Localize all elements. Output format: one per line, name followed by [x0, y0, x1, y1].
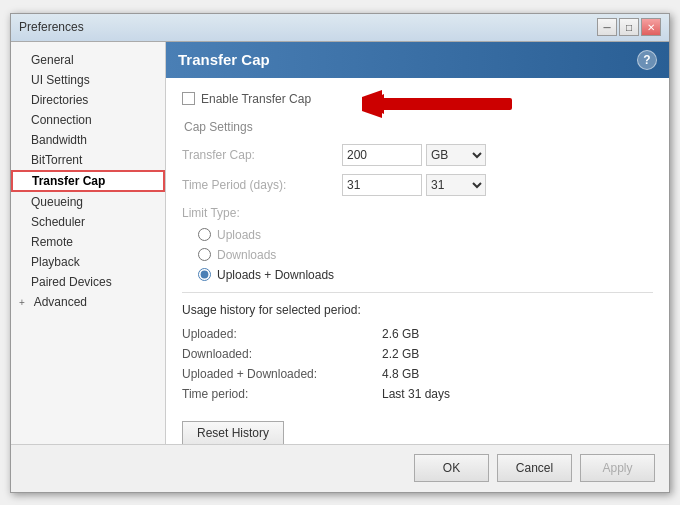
maximize-button[interactable]: □	[619, 18, 639, 36]
time-period-label: Time Period (days):	[182, 178, 342, 192]
close-button[interactable]: ✕	[641, 18, 661, 36]
time-period-unit-select[interactable]: 31	[426, 174, 486, 196]
apply-button[interactable]: Apply	[580, 454, 655, 482]
cancel-button[interactable]: Cancel	[497, 454, 572, 482]
uploaded-downloaded-row: Uploaded + Downloaded: 4.8 GB	[182, 367, 653, 381]
uploaded-label: Uploaded:	[182, 327, 382, 341]
sidebar-item-bittorrent[interactable]: BitTorrent	[11, 150, 165, 170]
radio-uploads-downloads-label: Uploads + Downloads	[217, 268, 334, 282]
time-period-row: Time Period (days): 31	[182, 174, 653, 196]
window-title: Preferences	[19, 20, 84, 34]
radio-uploads[interactable]	[198, 228, 211, 241]
radio-uploads-row: Uploads	[182, 228, 653, 242]
sidebar-item-scheduler[interactable]: Scheduler	[11, 212, 165, 232]
sidebar-item-playback[interactable]: Playback	[11, 252, 165, 272]
sidebar-item-remote[interactable]: Remote	[11, 232, 165, 252]
title-bar: Preferences ─ □ ✕	[11, 14, 669, 42]
sidebar: General UI Settings Directories Connecti…	[11, 42, 166, 444]
radio-downloads-row: Downloads	[182, 248, 653, 262]
usage-title: Usage history for selected period:	[182, 303, 653, 317]
ok-button[interactable]: OK	[414, 454, 489, 482]
enable-transfer-cap-checkbox[interactable]	[182, 92, 195, 105]
sidebar-item-paired-devices[interactable]: Paired Devices	[11, 272, 165, 292]
uploaded-value: 2.6 GB	[382, 327, 419, 341]
svg-marker-3	[362, 94, 384, 114]
footer: OK Cancel Apply	[11, 444, 669, 492]
svg-rect-2	[382, 98, 512, 110]
main-content: General UI Settings Directories Connecti…	[11, 42, 669, 444]
sidebar-item-transfer-cap[interactable]: Transfer Cap	[11, 170, 165, 192]
radio-uploads-downloads[interactable]	[198, 268, 211, 281]
downloaded-label: Downloaded:	[182, 347, 382, 361]
panel-header: Transfer Cap ?	[166, 42, 669, 78]
sidebar-item-advanced-label: Advanced	[34, 295, 87, 309]
transfer-cap-label: Transfer Cap:	[182, 148, 342, 162]
sidebar-item-ui-settings[interactable]: UI Settings	[11, 70, 165, 90]
panel-body: Enable Transfer Cap	[166, 78, 669, 444]
expand-icon: +	[19, 297, 31, 308]
downloaded-value: 2.2 GB	[382, 347, 419, 361]
help-button[interactable]: ?	[637, 50, 657, 70]
sidebar-item-general[interactable]: General	[11, 50, 165, 70]
divider	[182, 292, 653, 293]
radio-uploads-label: Uploads	[217, 228, 261, 242]
sidebar-item-bandwidth[interactable]: Bandwidth	[11, 130, 165, 150]
transfer-cap-row: Transfer Cap: GB MB TB	[182, 144, 653, 166]
minimize-button[interactable]: ─	[597, 18, 617, 36]
sidebar-item-advanced[interactable]: + Advanced	[11, 292, 165, 312]
arrow-annotation	[362, 88, 522, 123]
usage-section: Usage history for selected period: Uploa…	[182, 303, 653, 444]
limit-type-label: Limit Type:	[182, 206, 653, 220]
enable-transfer-cap-row: Enable Transfer Cap	[182, 92, 653, 106]
time-period-stat-value: Last 31 days	[382, 387, 450, 401]
sidebar-item-connection[interactable]: Connection	[11, 110, 165, 130]
transfer-cap-unit-select[interactable]: GB MB TB	[426, 144, 486, 166]
radio-downloads-label: Downloads	[217, 248, 276, 262]
sidebar-item-queueing[interactable]: Queueing	[11, 192, 165, 212]
radio-uploads-downloads-row: Uploads + Downloads	[182, 268, 653, 282]
uploaded-downloaded-value: 4.8 GB	[382, 367, 419, 381]
sidebar-item-directories[interactable]: Directories	[11, 90, 165, 110]
title-bar-controls: ─ □ ✕	[597, 18, 661, 36]
uploaded-row: Uploaded: 2.6 GB	[182, 327, 653, 341]
reset-history-button[interactable]: Reset History	[182, 421, 284, 444]
enable-transfer-cap-label: Enable Transfer Cap	[201, 92, 311, 106]
limit-type-group: Limit Type: Uploads Downloads Uploads + …	[182, 206, 653, 282]
time-period-stat-label: Time period:	[182, 387, 382, 401]
panel-title: Transfer Cap	[178, 51, 270, 68]
time-period-input[interactable]	[342, 174, 422, 196]
preferences-window: Preferences ─ □ ✕ General UI Settings Di…	[10, 13, 670, 493]
time-period-stat-row: Time period: Last 31 days	[182, 387, 653, 401]
transfer-cap-input[interactable]	[342, 144, 422, 166]
radio-downloads[interactable]	[198, 248, 211, 261]
uploaded-downloaded-label: Uploaded + Downloaded:	[182, 367, 382, 381]
settings-panel: Transfer Cap ? Enable Transfer Cap	[166, 42, 669, 444]
downloaded-row: Downloaded: 2.2 GB	[182, 347, 653, 361]
